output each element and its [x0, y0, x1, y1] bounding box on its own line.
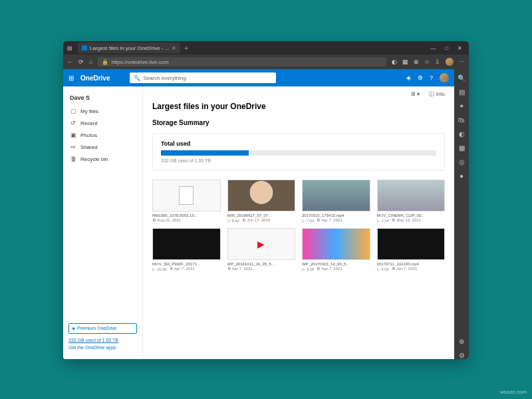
- file-thumbnail: [227, 180, 296, 211]
- storage-text: 332 GB used of 1.03 TB: [161, 158, 436, 163]
- view-button[interactable]: ⊞ ▾: [411, 91, 420, 97]
- get-apps-link[interactable]: Get the OneDrive apps: [68, 345, 137, 350]
- content-row: ⊞ OneDrive 🔍 Search everything ◈ ⚙ ? Dav…: [63, 69, 469, 359]
- settings-icon[interactable]: ⚙: [418, 74, 423, 81]
- file-name: 20170515_175415.mp4: [302, 213, 370, 217]
- user-name[interactable]: Dave S: [63, 92, 142, 105]
- file-date: 🗓 May 13, 2021: [392, 218, 421, 223]
- file-item[interactable]: WIN_20190617_07_07... ▷ 8:42🗓 Jun 17, 20…: [227, 180, 296, 223]
- lock-icon: 🔒: [102, 59, 108, 65]
- file-date: 🗓 Apr 7, 2021: [170, 267, 195, 271]
- help-icon[interactable]: ?: [430, 74, 433, 81]
- file-item[interactable]: 20170711_142100.mp4 ▷ 3:02🗓 Apr 7, 2021: [377, 228, 446, 271]
- tab-close-icon[interactable]: ✕: [172, 45, 176, 51]
- file-name: MOV_SM_P960F_20171...: [152, 262, 221, 266]
- file-duration: ▷ 7:24: [302, 218, 314, 223]
- sidebar-item[interactable]: ↺Recent: [63, 117, 142, 129]
- file-item[interactable]: MOV_SM_P960F_20171... ▷ 15:39🗓 Apr 7, 20…: [152, 228, 221, 271]
- address-bar: ← ⟳ ⌂ 🔒 https://onedrive.live.com ◐ ▦ ⊕ …: [63, 55, 469, 69]
- edge-tool-icon[interactable]: ▤: [459, 88, 465, 96]
- sidebar-item[interactable]: ▣Photos: [63, 129, 142, 141]
- watermark: wsxdn.com: [500, 389, 527, 395]
- page: ⊞ OneDrive 🔍 Search everything ◈ ⚙ ? Dav…: [63, 69, 454, 359]
- edge-settings-icon[interactable]: ⚙: [459, 352, 465, 359]
- nav-icon: ⇔: [70, 144, 76, 150]
- tab-favicon: [82, 45, 87, 51]
- minimize-button[interactable]: —: [430, 45, 436, 51]
- sidebar: Dave S ▢My files↺Recent▣Photos⇔Shared🗑Re…: [63, 86, 143, 359]
- edge-office-icon[interactable]: ▦: [459, 144, 465, 152]
- home-button[interactable]: ⌂: [89, 59, 92, 65]
- sidebar-item[interactable]: 🗑Recycle bin: [63, 153, 142, 165]
- edge-add-icon[interactable]: ⊕: [459, 338, 464, 345]
- nav-label: Photos: [80, 132, 97, 138]
- nav-icon: ▢: [70, 108, 76, 114]
- summary-heading: Storage Summary: [152, 119, 445, 126]
- search-icon: 🔍: [134, 75, 140, 81]
- file-date: 🗓 Aug 21, 2021: [152, 218, 181, 222]
- file-duration: ▷ 8:42: [227, 218, 239, 223]
- tracking-icon[interactable]: ◐: [392, 59, 397, 65]
- file-name: MOV_CINEMA_CLIP_00...: [377, 213, 446, 217]
- sidebar-item[interactable]: ▢My files: [63, 105, 142, 117]
- info-button[interactable]: ⓘ Info: [429, 90, 445, 98]
- file-item[interactable]: WP_20170315_14_00_5... ▷ 3:18🗓 Apr 7, 20…: [302, 228, 370, 271]
- profile-avatar[interactable]: [446, 58, 454, 66]
- premium-button[interactable]: ◈ Premium OneDrive: [68, 323, 137, 334]
- close-button[interactable]: ✕: [458, 45, 462, 51]
- onedrive-header: ⊞ OneDrive 🔍 Search everything ◈ ⚙ ?: [63, 69, 454, 86]
- toolbar: ⊞ ▾ ⓘ Info: [152, 90, 445, 98]
- nav-label: Shared: [80, 144, 98, 150]
- url-input[interactable]: 🔒 https://onedrive.live.com: [98, 57, 386, 66]
- edge-search-icon[interactable]: 🔍: [458, 74, 466, 82]
- onedrive-body: Dave S ▢My files↺Recent▣Photos⇔Shared🗑Re…: [63, 86, 454, 359]
- edge-tool-icon[interactable]: ✦: [459, 102, 464, 110]
- tab-list-icon[interactable]: ▤: [67, 45, 72, 51]
- new-tab-button[interactable]: +: [184, 45, 188, 52]
- edge-tool-icon[interactable]: ◐: [459, 130, 465, 138]
- file-date: 🗓 Jun 17, 2019: [242, 218, 270, 223]
- file-thumbnail: [377, 180, 446, 211]
- nav-label: My files: [80, 108, 98, 114]
- storage-bar-fill: [161, 150, 249, 156]
- file-duration: ▷ 3:18: [302, 267, 314, 271]
- file-name: RM1085_1078.0053.10...: [152, 213, 221, 217]
- main-content: ⊞ ▾ ⓘ Info Largest files in your OneDriv…: [143, 86, 454, 359]
- menu-button[interactable]: ⋯: [459, 59, 465, 65]
- sidebar-item[interactable]: ⇔Shared: [63, 141, 142, 153]
- favorites-icon[interactable]: ☆: [424, 59, 430, 65]
- file-name: 20170711_142100.mp4: [377, 262, 446, 266]
- refresh-button[interactable]: ⟳: [78, 59, 84, 65]
- file-name: WP_20170315_14_00_5...: [302, 262, 370, 266]
- file-duration: ▷ 1:14: [377, 218, 389, 223]
- file-item[interactable]: 20170515_175415.mp4 ▷ 7:24🗓 Apr 7, 2021: [302, 180, 370, 223]
- account-avatar[interactable]: [440, 73, 449, 82]
- back-button[interactable]: ←: [67, 59, 73, 65]
- edge-tool-icon[interactable]: ●: [460, 172, 464, 180]
- premium-icon[interactable]: ◈: [406, 74, 411, 81]
- edge-shopping-icon[interactable]: 🛍: [458, 116, 465, 124]
- maximize-button[interactable]: □: [445, 45, 448, 51]
- file-grid: RM1085_1078.0053.10... 🗓 Aug 21, 2021 WI…: [152, 180, 445, 271]
- edge-tool-icon[interactable]: ◎: [459, 158, 465, 166]
- nav-icon: ▣: [70, 132, 76, 138]
- search-input[interactable]: 🔍 Search everything: [130, 72, 276, 83]
- downloads-icon[interactable]: ⇩: [435, 59, 440, 65]
- file-item[interactable]: RM1085_1078.0053.10... 🗓 Aug 21, 2021: [152, 180, 221, 223]
- storage-bar: [161, 150, 436, 156]
- browser-tab[interactable]: Largest files in your OneDrive - ... ✕: [78, 43, 180, 53]
- url-text: https://onedrive.live.com: [111, 59, 168, 65]
- collections-icon[interactable]: ▦: [402, 59, 408, 65]
- file-name: WIN_20190617_07_07...: [227, 213, 296, 217]
- file-item[interactable]: WP_20161011_16_35_5... 🗓 Apr 7, 2021: [227, 228, 296, 271]
- app-launcher-icon[interactable]: ⊞: [68, 74, 74, 82]
- storage-link[interactable]: 332 GB used of 1.03 TB: [68, 338, 137, 342]
- page-title: Largest files in your OneDrive: [152, 102, 445, 111]
- file-thumbnail: [302, 228, 370, 260]
- brand[interactable]: OneDrive: [80, 74, 110, 82]
- file-date: 🗓 Apr 7, 2021: [317, 218, 342, 223]
- file-item[interactable]: MOV_CINEMA_CLIP_00... ▷ 1:14🗓 May 13, 20…: [377, 180, 446, 223]
- file-thumbnail: [302, 180, 370, 211]
- file-thumbnail: [377, 228, 446, 260]
- extensions-icon[interactable]: ⊕: [414, 59, 419, 65]
